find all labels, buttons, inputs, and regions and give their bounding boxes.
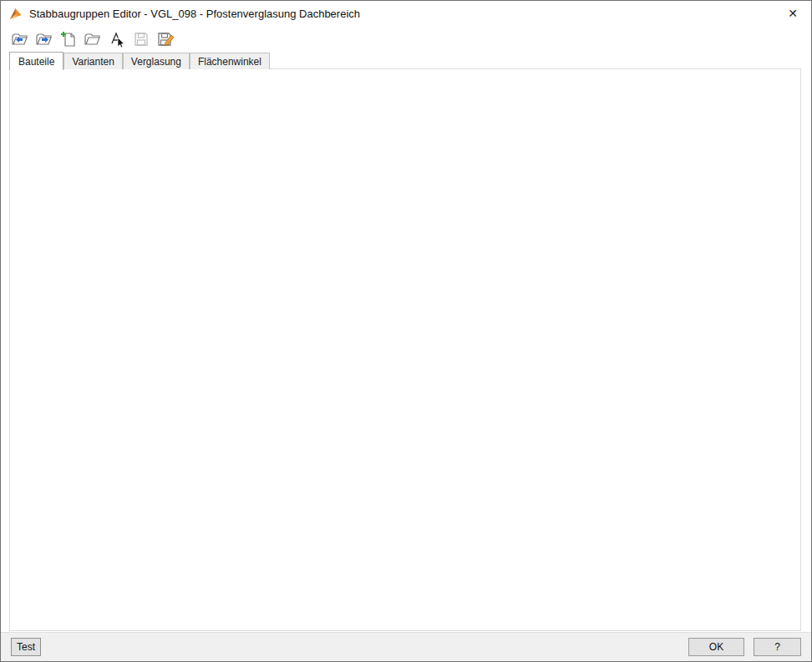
app-logo-icon [8,7,23,21]
export-assembly-button[interactable] [33,28,55,50]
toolbar [1,26,811,53]
help-button[interactable]: ? [754,638,801,656]
ok-button[interactable]: OK [688,638,744,656]
new-assembly-button[interactable] [58,28,79,50]
stabbaugruppen-editor-dialog: Stabbaugruppen Editor - VGL_098 - Pfoste… [0,0,812,662]
tab-verglasung[interactable]: Verglasung [123,53,190,69]
folder-import-icon [11,30,29,48]
tab-bauteile[interactable]: Bauteile [9,52,63,70]
open-folder-icon [84,30,102,48]
folder-export-icon [35,30,53,48]
save-button[interactable] [130,28,152,50]
close-button[interactable]: ✕ [774,1,811,26]
open-assembly-button[interactable] [82,28,104,50]
tab-strip: Bauteile Varianten Verglasung Flächenwin… [9,53,270,69]
save-as-disk-pencil-icon [156,30,175,48]
window-title: Stabbaugruppen Editor - VGL_098 - Pfoste… [29,8,360,20]
save-as-button[interactable] [155,28,176,50]
tab-page-bauteile [9,68,801,631]
save-disk-icon-disabled [132,30,150,48]
import-assembly-button[interactable] [9,28,31,50]
new-file-icon [59,30,78,48]
tab-varianten[interactable]: Varianten [63,53,122,69]
test-button[interactable]: Test [11,638,41,656]
footer-bar: Test OK ? [1,632,811,662]
title-bar: Stabbaugruppen Editor - VGL_098 - Pfoste… [1,1,811,26]
edit-label-icon [108,30,126,48]
rename-assembly-button[interactable] [106,28,128,50]
tab-flaechenwinkel[interactable]: Flächenwinkel [190,53,270,69]
